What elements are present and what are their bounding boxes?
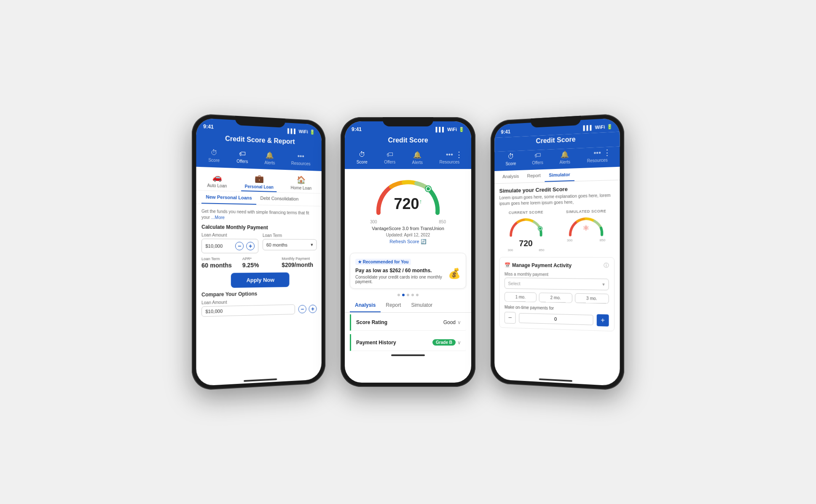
status-time-3: 9:41 (501, 129, 510, 135)
nav-score-label-3: Score (505, 161, 516, 166)
current-score-label: CURRENT SCORE (499, 210, 553, 215)
nav-tabs-2: ⏱ Score 🏷 Offers 🔔 Alerts ••• Resources (345, 149, 471, 169)
refresh-btn[interactable]: Refresh Score 🔄 (389, 239, 426, 244)
home-label: Home Loan (291, 185, 311, 190)
nav-resources-label-3: Resources (587, 158, 608, 163)
payment-history-item[interactable]: Payment History Grade B ∨ (350, 334, 466, 351)
nav-offers-label-3: Offers (532, 160, 543, 165)
loan-category-tabs: 🚗 Auto Loan 💼 Personal Loan 🏠 Home Loan (196, 167, 321, 194)
nav-tab-offers-1[interactable]: 🏷 Offers (236, 150, 248, 164)
info-icon[interactable]: ⓘ (604, 262, 609, 269)
num-display[interactable]: 0 (519, 313, 593, 325)
nav-tab-offers-3[interactable]: 🏷 Offers (532, 151, 543, 166)
month-pill-1[interactable]: 1 mo. (505, 292, 537, 302)
resources-icon-3: ••• (594, 149, 601, 157)
scores-row: CURRENT SCORE (499, 209, 615, 252)
nav-tab-alerts-2[interactable]: 🔔 Alerts (412, 151, 423, 165)
miss-label: Miss a monthly payment (505, 272, 609, 277)
personal-icon: 💼 (255, 174, 264, 184)
phone-1-screen: 9:41 ▌▌▌ WiFi 🔋 Credit Score & Report ⏱ … (196, 118, 321, 386)
result-term: Loan Term 60 months (201, 257, 239, 269)
nav-tab-score-1[interactable]: ⏱ Score (208, 149, 220, 164)
loan-amount-input[interactable]: $10,000 − + (201, 239, 258, 253)
score-rating-label: Score Rating (356, 319, 387, 325)
signal-icon-2: ▌▌▌ (435, 127, 445, 132)
grade-badge: Grade B (432, 339, 456, 346)
nav-tab-score-3[interactable]: ⏱ Score (505, 153, 516, 166)
nav-tab-score-2[interactable]: ⏱ Score (357, 151, 368, 165)
compare-plus-btn[interactable]: + (309, 305, 317, 313)
p3-tab-analysis[interactable]: Analysis (499, 170, 523, 183)
simulated-min: 300 (567, 239, 572, 242)
home-indicator-1 (244, 378, 277, 382)
more-link[interactable]: ...More (211, 215, 225, 220)
loan-term-value: 60 months (266, 242, 287, 247)
score-max: 850 (439, 220, 446, 224)
compare-title: Compare Your Options (201, 290, 317, 298)
gauge-container: 720↑ (370, 175, 446, 217)
payment-history-label: Payment History (356, 340, 396, 346)
current-score-labels: 300 850 (507, 248, 544, 252)
month-pills: 1 mo. 2 mo. 3 mo. (505, 292, 609, 304)
nav-alerts-label-2: Alerts (412, 160, 423, 165)
menu-icon-3[interactable]: ⋮ (603, 147, 611, 157)
sub-tab-consolidation[interactable]: Debt Consolidation (256, 192, 303, 206)
compare-stepper: − + (298, 305, 317, 314)
nav-tab-alerts-1[interactable]: 🔔 Alerts (264, 151, 275, 165)
loan-cat-home[interactable]: 🏠 Home Loan (287, 173, 315, 193)
loan-plus-btn[interactable]: + (246, 242, 255, 250)
menu-icon-2[interactable]: ⋮ (455, 150, 463, 159)
alerts-icon-1: 🔔 (266, 151, 274, 160)
num-minus-btn[interactable]: − (505, 312, 516, 324)
compare-input[interactable]: $10,000 (201, 304, 295, 317)
p3-tab-simulator[interactable]: Simulator (545, 168, 574, 182)
current-min: 300 (507, 248, 513, 252)
nav-tab-alerts-3[interactable]: 🔔 Alerts (559, 150, 570, 165)
current-score-col: CURRENT SCORE (499, 210, 553, 252)
score-section: 720↑ 300 850 VantageScore 3.0 from Trans… (345, 169, 471, 250)
loan-cat-auto[interactable]: 🚗 Auto Loan (204, 171, 230, 191)
loan-amount-value: $10,000 (205, 244, 223, 249)
tab-report[interactable]: Report (381, 299, 406, 312)
miss-dropdown[interactable]: Select ▾ (505, 278, 609, 290)
tab-analysis[interactable]: Analysis (350, 299, 381, 312)
mini-gauge-svg-simulated: ⚛ (567, 215, 605, 237)
sim-desc: Lorem ipsum goes here, some explanation … (499, 193, 615, 207)
loan-term-select[interactable]: 60 months ▾ (263, 239, 317, 250)
score-rating-chevron: ∨ (457, 319, 461, 325)
simulated-score-col: SIMULATED SCORE ⚛ (558, 209, 615, 252)
tab-simulator[interactable]: Simulator (406, 299, 438, 312)
mini-gauge-current (507, 216, 544, 237)
sub-tab-new-loans[interactable]: New Personal Loans (201, 191, 256, 205)
score-rating-item[interactable]: Score Rating Good ∨ (350, 314, 466, 331)
p3-tab-report[interactable]: Report (523, 169, 545, 182)
nav-tab-resources-1[interactable]: ••• Resources (291, 152, 311, 166)
result-payment: Monthly Payment $209/month (282, 257, 317, 268)
gauge-labels: 300 850 (370, 220, 446, 224)
signal-icon: ▌▌▌ (287, 128, 297, 134)
auto-label: Auto Loan (207, 183, 227, 188)
svg-text:⚛: ⚛ (582, 224, 590, 233)
offers-icon-2: 🏷 (387, 151, 393, 158)
result-apr-label: APR* (242, 257, 279, 261)
rec-title: Pay as low as $262 / 60 months. (355, 268, 448, 273)
simulator-content: Simulate your Credit Score Lorem ipsum g… (494, 180, 620, 381)
rec-card: ★ Recommended for You Pay as low as $262… (350, 253, 466, 289)
simulated-max: 850 (600, 238, 606, 242)
loan-minus-btn[interactable]: − (235, 242, 244, 250)
current-score-value: 720 (499, 239, 553, 248)
apply-now-button[interactable]: Apply Now (231, 272, 290, 288)
compare-minus-btn[interactable]: − (298, 305, 306, 314)
nav-tab-offers-2[interactable]: 🏷 Offers (384, 151, 395, 165)
loan-cat-personal[interactable]: 💼 Personal Loan (242, 172, 277, 192)
nav-resources-label-2: Resources (439, 160, 459, 164)
app-header-2: Credit Score ⋮ (345, 135, 471, 149)
status-icons-2: ▌▌▌ WiFi 🔋 (435, 127, 464, 132)
rec-content: Pay as low as $262 / 60 months. Consolid… (355, 268, 461, 284)
month-pill-2[interactable]: 2 mo. (539, 292, 572, 303)
month-pill-3[interactable]: 3 mo. (575, 293, 609, 304)
battery-icon: 🔋 (309, 129, 315, 135)
manage-section: 📅 Manage Payment Activity ⓘ Miss a month… (499, 257, 615, 332)
score-icon-3: ⏱ (507, 153, 514, 160)
num-plus-btn[interactable]: + (597, 314, 609, 326)
